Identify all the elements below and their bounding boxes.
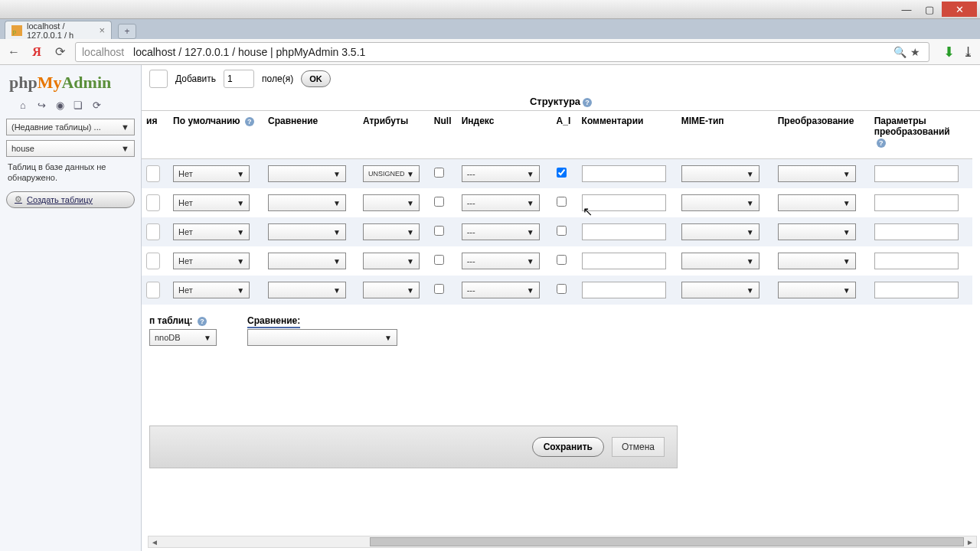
horizontal-scrollbar[interactable]: ◄ ► xyxy=(148,536,977,548)
mime-select[interactable]: ▼ xyxy=(681,223,760,240)
window-titlebar: — ▢ ✕ xyxy=(0,0,980,19)
add-count-input[interactable] xyxy=(224,70,254,88)
home-icon[interactable]: ⌂ xyxy=(17,99,29,111)
url-host: localhost xyxy=(82,46,124,58)
logout-icon[interactable]: ↪ xyxy=(35,99,47,111)
yandex-icon[interactable]: Я xyxy=(29,44,44,60)
collation-select[interactable]: ▼ xyxy=(268,282,346,298)
help-icon[interactable]: ? xyxy=(877,139,886,148)
scroll-track[interactable] xyxy=(161,536,964,547)
null-checkbox[interactable] xyxy=(434,255,444,265)
index-select[interactable]: ---▼ xyxy=(462,165,540,182)
url-field[interactable]: localhost localhost / 127.0.0.1 / house … xyxy=(75,42,929,62)
new-tab-button[interactable]: + xyxy=(118,24,136,39)
row-cut-input[interactable] xyxy=(146,282,160,298)
comments-input[interactable] xyxy=(582,282,666,298)
col-index: Индекс xyxy=(457,111,552,159)
comments-input[interactable] xyxy=(582,194,666,211)
index-select[interactable]: ---▼ xyxy=(462,194,540,211)
downloads-icon[interactable]: ⬇ xyxy=(943,44,955,60)
col-attributes: Атрибуты xyxy=(358,111,430,159)
attributes-select[interactable]: ▼ xyxy=(363,194,420,211)
attributes-select[interactable]: UNSIGNED▼ xyxy=(363,165,420,182)
collation-select[interactable]: ▼ xyxy=(268,165,346,182)
table-collation-select[interactable]: ▼ xyxy=(247,329,397,346)
comments-input[interactable] xyxy=(582,165,666,182)
index-select[interactable]: ---▼ xyxy=(462,282,540,298)
transformation-select[interactable]: ▼ xyxy=(778,223,856,240)
attributes-select[interactable]: ▼ xyxy=(363,282,420,298)
table-row: Нет▼▼▼---▼▼▼ xyxy=(142,246,972,276)
transformation-select[interactable]: ▼ xyxy=(778,165,856,182)
collation-select[interactable]: ▼ xyxy=(268,223,346,240)
index-select[interactable]: ---▼ xyxy=(462,223,540,240)
comments-input[interactable] xyxy=(582,253,666,269)
transformation-params-input[interactable] xyxy=(874,253,959,269)
scroll-left-icon[interactable]: ◄ xyxy=(149,538,161,546)
null-checkbox[interactable] xyxy=(434,197,444,207)
default-select[interactable]: Нет▼ xyxy=(173,253,250,269)
reload-button[interactable]: ⟳ xyxy=(52,44,67,60)
mime-select[interactable]: ▼ xyxy=(681,194,760,211)
help-icon[interactable]: ? xyxy=(245,117,254,126)
window-close-button[interactable]: ✕ xyxy=(942,2,977,17)
nav-back-button[interactable]: ← xyxy=(6,44,21,60)
attributes-select[interactable]: ▼ xyxy=(363,223,420,240)
transformation-params-input[interactable] xyxy=(874,282,959,298)
query-icon[interactable]: ◉ xyxy=(54,99,66,111)
recent-tables-select[interactable]: (Недавние таблицы) ...▼ xyxy=(6,119,135,135)
default-select[interactable]: Нет▼ xyxy=(173,194,250,211)
mime-select[interactable]: ▼ xyxy=(681,253,760,269)
null-checkbox[interactable] xyxy=(434,226,444,236)
null-checkbox[interactable] xyxy=(434,284,444,294)
tab-close-icon[interactable]: × xyxy=(99,24,105,36)
mime-select[interactable]: ▼ xyxy=(681,282,760,298)
database-select[interactable]: house▼ xyxy=(6,140,135,157)
ok-button[interactable]: OK xyxy=(301,70,331,87)
default-select[interactable]: Нет▼ xyxy=(173,223,250,240)
scroll-thumb[interactable] xyxy=(370,537,964,546)
scroll-right-icon[interactable]: ► xyxy=(964,538,976,546)
save-button[interactable]: Сохранить xyxy=(532,437,604,457)
docs-icon[interactable]: ❏ xyxy=(72,99,84,111)
comments-input[interactable] xyxy=(582,223,666,240)
collation-select[interactable]: ▼ xyxy=(268,253,346,269)
create-table-button[interactable]: ⚙ Создать таблицу xyxy=(6,191,135,208)
search-icon[interactable]: 🔍 xyxy=(892,44,907,60)
transformation-select[interactable]: ▼ xyxy=(778,194,856,211)
transformation-select[interactable]: ▼ xyxy=(778,253,856,269)
storage-engine-select[interactable]: nnoDB▼ xyxy=(149,329,217,346)
window-minimize-button[interactable]: — xyxy=(896,2,917,17)
null-checkbox[interactable] xyxy=(434,168,444,178)
browser-tab[interactable]: p localhost / 127.0.0.1 / h × xyxy=(5,21,112,39)
help-icon[interactable]: ? xyxy=(198,317,207,326)
collation-option-label: Сравнение: xyxy=(247,315,300,328)
collation-select[interactable]: ▼ xyxy=(268,194,346,211)
ai-checkbox[interactable] xyxy=(557,284,567,294)
reload-nav-icon[interactable]: ⟳ xyxy=(90,99,103,111)
save-page-icon[interactable]: ⤓ xyxy=(962,44,974,60)
transformation-params-input[interactable] xyxy=(874,223,959,240)
attributes-select[interactable]: ▼ xyxy=(363,253,420,269)
ai-checkbox[interactable] xyxy=(557,255,567,265)
row-cut-input[interactable] xyxy=(146,253,160,269)
mime-select[interactable]: ▼ xyxy=(681,165,760,182)
ai-checkbox[interactable] xyxy=(557,226,567,236)
help-icon[interactable]: ? xyxy=(583,98,592,107)
transformation-params-input[interactable] xyxy=(874,194,959,211)
cut-left-box[interactable] xyxy=(149,70,168,88)
default-select[interactable]: Нет▼ xyxy=(173,165,250,182)
row-cut-input[interactable] xyxy=(146,223,160,240)
ai-checkbox[interactable] xyxy=(557,197,567,207)
fields-table: ия По умолчанию ? Сравнение Атрибуты Nul… xyxy=(142,111,972,305)
cancel-button[interactable]: Отмена xyxy=(612,437,665,457)
window-maximize-button[interactable]: ▢ xyxy=(919,2,940,17)
row-cut-input[interactable] xyxy=(146,194,160,211)
bookmark-star-icon[interactable]: ★ xyxy=(907,44,923,60)
ai-checkbox[interactable] xyxy=(557,168,567,178)
index-select[interactable]: ---▼ xyxy=(462,253,540,269)
transformation-params-input[interactable] xyxy=(874,165,959,182)
default-select[interactable]: Нет▼ xyxy=(173,282,250,298)
row-cut-input[interactable] xyxy=(146,165,160,182)
transformation-select[interactable]: ▼ xyxy=(778,282,856,298)
